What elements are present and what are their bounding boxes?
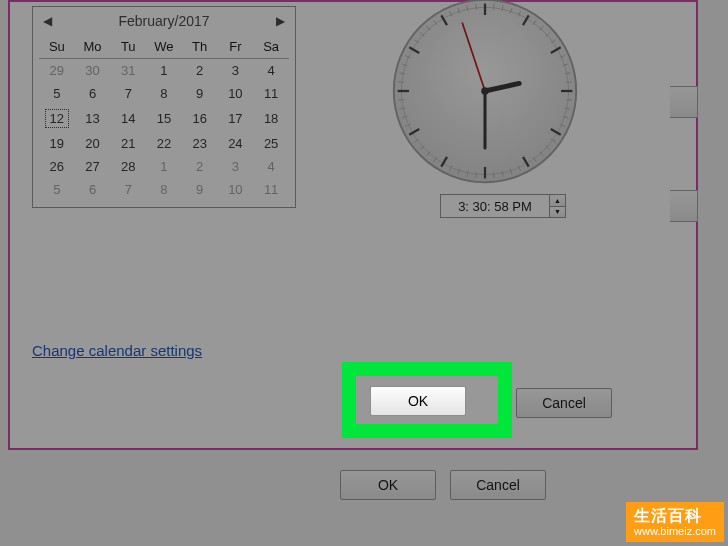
calendar-day[interactable]: 16 [182, 105, 218, 132]
watermark: 生活百科 www.bimeiz.com [626, 502, 724, 542]
calendar-day[interactable]: 3 [218, 155, 254, 178]
calendar-day[interactable]: 7 [110, 82, 146, 105]
outer-button-row: OK Cancel [0, 470, 728, 500]
svg-point-65 [481, 87, 489, 95]
calendar-day[interactable]: 8 [146, 82, 182, 105]
svg-line-31 [494, 172, 495, 178]
calendar-day[interactable]: 9 [182, 178, 218, 201]
calendar-day[interactable]: 1 [146, 59, 182, 83]
calendar-day[interactable]: 10 [218, 178, 254, 201]
calendar-dow: Su [39, 35, 75, 59]
calendar-day[interactable]: 18 [253, 105, 289, 132]
partial-button-2[interactable] [670, 190, 698, 222]
ok-button[interactable]: OK [370, 386, 466, 416]
partial-button-1[interactable] [670, 86, 698, 118]
calendar-day[interactable]: 24 [218, 132, 254, 155]
calendar-day[interactable]: 27 [75, 155, 111, 178]
calendar-day[interactable]: 12 [39, 105, 75, 132]
svg-line-48 [398, 82, 404, 83]
calendar-widget: ◀ February/2017 ▶ SuMoTuWeThFrSa 2930311… [32, 6, 296, 208]
calendar-dow: Sa [253, 35, 289, 59]
time-spin-down[interactable]: ▼ [550, 207, 565, 218]
svg-line-33 [476, 172, 477, 178]
calendar-day[interactable]: 10 [218, 82, 254, 105]
calendar-day[interactable]: 13 [75, 105, 111, 132]
calendar-grid: SuMoTuWeThFrSa 2930311234567891011121314… [39, 35, 289, 201]
calendar-title: February/2017 [118, 13, 209, 29]
calendar-day[interactable]: 2 [182, 155, 218, 178]
calendar-day[interactable]: 4 [253, 155, 289, 178]
calendar-day[interactable]: 5 [39, 178, 75, 201]
calendar-day[interactable]: 15 [146, 105, 182, 132]
cancel-button[interactable]: Cancel [516, 388, 612, 418]
calendar-day[interactable]: 3 [218, 59, 254, 83]
time-spin-up[interactable]: ▲ [550, 195, 565, 207]
calendar-day[interactable]: 25 [253, 132, 289, 155]
watermark-url: www.bimeiz.com [634, 525, 716, 538]
calendar-day[interactable]: 11 [253, 82, 289, 105]
calendar-day[interactable]: 21 [110, 132, 146, 155]
calendar-dow: Mo [75, 35, 111, 59]
calendar-dow: We [146, 35, 182, 59]
svg-line-16 [566, 82, 572, 83]
calendar-day[interactable]: 29 [39, 59, 75, 83]
calendar-day[interactable]: 23 [182, 132, 218, 155]
svg-line-3 [494, 4, 495, 10]
calendar-day[interactable]: 5 [39, 82, 75, 105]
svg-line-46 [398, 100, 404, 101]
prev-month-button[interactable]: ◀ [43, 14, 52, 28]
calendar-day[interactable]: 1 [146, 155, 182, 178]
calendar-day[interactable]: 26 [39, 155, 75, 178]
calendar-day[interactable]: 8 [146, 178, 182, 201]
calendar-dow: Th [182, 35, 218, 59]
calendar-day[interactable]: 31 [110, 59, 146, 83]
calendar-day[interactable]: 6 [75, 82, 111, 105]
calendar-dow: Fr [218, 35, 254, 59]
calendar-dow: Tu [110, 35, 146, 59]
calendar-day[interactable]: 6 [75, 178, 111, 201]
calendar-day[interactable]: 28 [110, 155, 146, 178]
calendar-day[interactable]: 2 [182, 59, 218, 83]
next-month-button[interactable]: ▶ [276, 14, 285, 28]
svg-line-18 [566, 100, 572, 101]
calendar-day[interactable]: 7 [110, 178, 146, 201]
calendar-day[interactable]: 17 [218, 105, 254, 132]
time-input[interactable] [440, 194, 550, 218]
time-field-group: ▲ ▼ [440, 194, 566, 218]
calendar-day[interactable]: 30 [75, 59, 111, 83]
calendar-day[interactable]: 4 [253, 59, 289, 83]
calendar-day[interactable]: 11 [253, 178, 289, 201]
calendar-day[interactable]: 14 [110, 105, 146, 132]
outer-ok-button[interactable]: OK [340, 470, 436, 500]
calendar-day[interactable]: 9 [182, 82, 218, 105]
calendar-header: ◀ February/2017 ▶ [39, 11, 289, 35]
analog-clock [390, 0, 580, 186]
change-calendar-settings-link[interactable]: Change calendar settings [32, 342, 202, 359]
calendar-day[interactable]: 19 [39, 132, 75, 155]
time-spinner: ▲ ▼ [550, 194, 566, 218]
calendar-day[interactable]: 20 [75, 132, 111, 155]
date-time-dialog: ◀ February/2017 ▶ SuMoTuWeThFrSa 2930311… [8, 0, 698, 450]
outer-cancel-button[interactable]: Cancel [450, 470, 546, 500]
watermark-title: 生活百科 [634, 506, 702, 525]
svg-line-61 [476, 4, 477, 10]
calendar-day[interactable]: 22 [146, 132, 182, 155]
